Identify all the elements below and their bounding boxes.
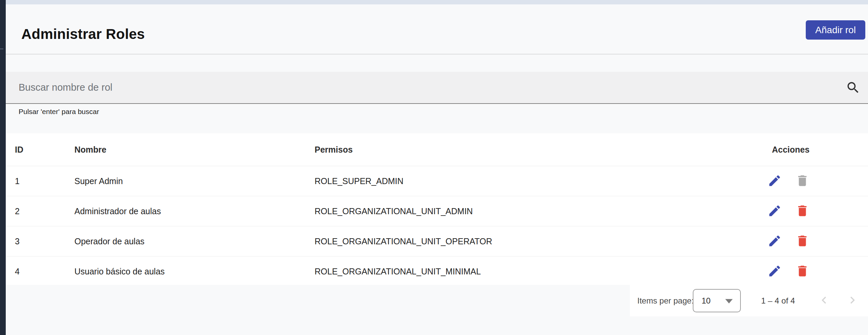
cell-permissions: ROLE_ORGANIZATIONAL_UNIT_ADMIN [315,206,756,216]
table-row: 4 Usuario básico de aulas ROLE_ORGANIZAT… [6,256,868,286]
column-header-name: Nombre [74,145,315,155]
table-row: 2 Administrador de aulas ROLE_ORGANIZATI… [6,196,868,226]
pencil-edit-icon [768,234,782,249]
header-divider [6,54,868,54]
column-header-actions: Acciones [756,145,868,155]
trash-icon [795,264,809,279]
pencil-edit-icon [768,174,782,189]
edit-button[interactable] [767,173,783,189]
trash-icon [795,174,809,189]
roles-table: ID Nombre Permisos Acciones 1 Super Admi… [6,133,868,286]
trash-icon [795,204,809,219]
table-row: 3 Operador de aulas ROLE_ORGANIZATIONAL_… [6,226,868,256]
search-hint: Pulsar 'enter' para buscar [19,108,99,116]
top-app-strip [6,0,868,4]
previous-page-button [816,293,832,309]
caret-down-icon [725,299,733,303]
cell-name: Super Admin [74,176,315,186]
search-input[interactable] [6,72,868,103]
edit-button[interactable] [767,203,783,219]
items-per-page-label: Items per page: [637,285,694,316]
page-size-value: 10 [702,296,711,306]
cell-id: 4 [6,267,74,276]
cell-id: 1 [6,176,74,186]
search-icon[interactable] [846,80,861,95]
cell-permissions: ROLE_ORGANIZATIONAL_UNIT_MINIMAL [315,267,756,276]
edit-button[interactable] [767,263,783,280]
cell-name: Usuario básico de aulas [74,267,315,276]
chevron-left-icon [817,293,831,308]
cell-name: Administrador de aulas [74,206,315,216]
cell-id: 2 [6,206,74,216]
add-role-button[interactable]: Añadir rol [806,20,865,40]
delete-button[interactable] [794,233,810,249]
cell-id: 3 [6,237,74,246]
column-header-permissions: Permisos [315,145,756,155]
table-row: 1 Super Admin ROLE_SUPER_ADMIN [6,166,868,196]
delete-button [794,173,810,189]
column-header-id: ID [6,145,74,155]
edit-button[interactable] [767,233,783,249]
sidebar-divider-dash [0,48,3,49]
table-header-row: ID Nombre Permisos Acciones [6,133,868,166]
trash-icon [795,234,809,249]
delete-button[interactable] [794,203,810,219]
footer-strip: Items per page: 10 1 – 4 of 4 [6,285,868,335]
cell-permissions: ROLE_SUPER_ADMIN [315,176,756,186]
paginator: Items per page: 10 1 – 4 of 4 [630,285,868,316]
page-size-select[interactable]: 10 [693,289,741,312]
delete-button[interactable] [794,263,810,280]
paginator-range-label: 1 – 4 of 4 [761,285,795,316]
next-page-button [844,293,861,309]
pencil-edit-icon [768,204,782,219]
pencil-edit-icon [768,264,782,279]
cell-permissions: ROLE_ORGANIZATIONAL_UNIT_OPERATOR [315,237,756,246]
collapsed-sidebar [0,0,6,335]
chevron-right-icon [845,293,860,308]
page-title: Administrar Roles [21,26,145,42]
cell-name: Operador de aulas [74,237,315,246]
search-field[interactable] [6,72,868,104]
